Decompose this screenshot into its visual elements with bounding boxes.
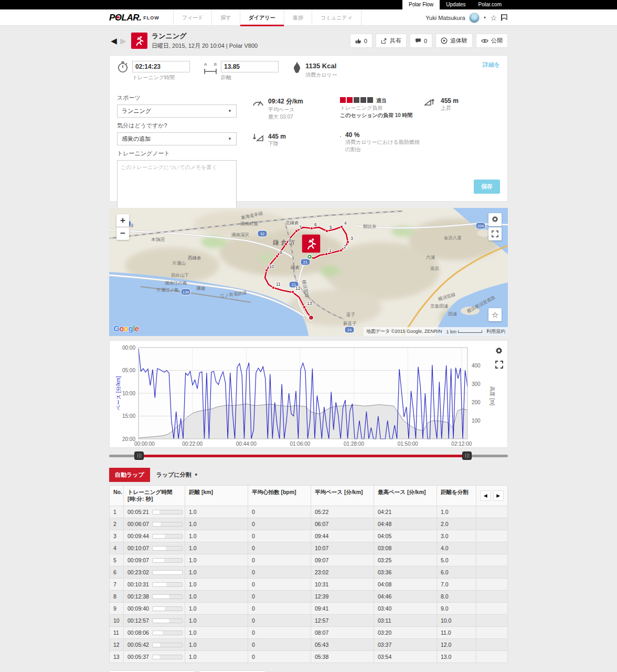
topbar-link-polar-com[interactable]: Polar.com (472, 0, 508, 9)
km-marker (272, 286, 274, 289)
km-marker (275, 255, 278, 257)
time-axis-tick: 01:50:00 (398, 441, 418, 447)
topbar-link-polar-flow[interactable]: Polar Flow (402, 0, 440, 9)
like-button[interactable]: 0 (350, 34, 373, 48)
google-logo: Google (113, 324, 139, 333)
km-marker (303, 306, 305, 308)
relive-button[interactable]: 追体験 (435, 34, 473, 48)
pace-altitude-chart[interactable]: 00:0005:0010:0015:0020:0040030020010000:… (109, 340, 508, 448)
descent-icon (252, 133, 264, 142)
road-shield-number: 24 (347, 328, 352, 332)
distance-icon (204, 69, 217, 74)
previous-session-button[interactable]: ◀ (109, 36, 119, 46)
user-name[interactable]: Yuki Matsukura (425, 15, 465, 21)
lap-time-bar (152, 594, 183, 599)
lap-number: 11 (109, 627, 124, 638)
map-terms-link[interactable]: 利用規約 (486, 328, 505, 335)
lap-avg-pace: 05:22 (311, 506, 374, 518)
lap-table-row[interactable]: 1300:05:371.0005:3803:5413.0 (109, 651, 508, 663)
lap-number: 7 (109, 579, 124, 590)
lap-time-cell: 00:12:57 (124, 615, 185, 626)
topbar-link-updates[interactable]: Updates (440, 0, 472, 9)
chart-range-slider[interactable] (109, 450, 508, 461)
session-subtitle: 日曜日, 2015, 12月 20 10:04 | Polar V800 (152, 42, 258, 50)
auto-lap-button[interactable]: 自動ラップ (109, 468, 150, 482)
nav-item-diary[interactable]: ダイアリー (240, 9, 284, 26)
lap-page-next-button[interactable]: ▶ (493, 490, 504, 501)
chart-fullscreen-icon[interactable] (495, 361, 503, 371)
favorites-star-icon[interactable]: ☆ (490, 14, 497, 22)
lap-time-cell: 00:09:40 (124, 603, 185, 614)
lap-table: No. トレーニング時間 [時:分: 秒] 距離 [km] 平均心拍数 [bpm… (109, 485, 508, 663)
avg-pace-label: 平均ペース (268, 106, 303, 113)
lap-max-pace: 04:46 (374, 591, 437, 602)
lap-table-row[interactable]: 100:05:211.0005:2204:211.0 (109, 506, 508, 518)
route-map[interactable]: 東海道本線本線北鎌倉湘南町屋湘南深沢本鵠沼鎌倉市西鎌倉片瀬山目白山下湘南江の島片… (109, 208, 508, 336)
chart-settings-gear-icon[interactable] (495, 347, 503, 358)
lap-table-row[interactable]: 1200:05:421.0005:4303:3712.0 (109, 639, 508, 651)
lap-time-cell: 00:05:37 (124, 651, 185, 663)
flag-icon[interactable] (501, 14, 508, 21)
lap-table-row[interactable]: 400:10:071.0010:0703:084.0 (109, 542, 508, 554)
lap-table-row[interactable]: 200:06:071.0006:0704:482.0 (109, 518, 508, 530)
duration-input[interactable] (132, 61, 190, 72)
road-shield-number: 21 (303, 260, 307, 265)
polar-logo[interactable]: POLAR. (109, 13, 141, 23)
lap-distance: 1.0 (185, 615, 248, 626)
map-zoom-in-button[interactable]: + (116, 214, 129, 227)
lap-row-spacer (476, 579, 508, 590)
lap-split-distance: 7.0 (437, 579, 476, 590)
map-scale-label: 1 km (446, 329, 456, 334)
nav-item-explore[interactable]: 探す (211, 9, 239, 26)
lap-heart-rate: 0 (248, 615, 311, 626)
lap-table-row[interactable]: 800:12:381.0012:3904:468.0 (109, 591, 508, 603)
lap-avg-pace: 05:43 (311, 639, 374, 650)
save-button[interactable]: 保存 (474, 180, 500, 194)
slider-handle-left[interactable] (134, 452, 144, 460)
chevron-down-icon: ▼ (228, 136, 232, 141)
split-lap-button[interactable]: ラップに分割▼ (156, 471, 198, 479)
comments-button[interactable]: 0 (410, 34, 432, 48)
nav-item-community[interactable]: コミュニティ (312, 9, 361, 26)
lap-heart-rate: 0 (248, 579, 311, 590)
avatar[interactable] (469, 13, 480, 23)
lap-max-pace: 03:20 (374, 627, 437, 638)
time-axis-tick: 01:28:00 (344, 441, 364, 447)
lap-table-row[interactable]: 900:09:401.0009:4103:409.0 (109, 603, 508, 615)
next-session-button[interactable]: ▶ (119, 36, 128, 46)
feeling-label: 気分はどうですか? (117, 122, 237, 130)
map-place-label: 腰越 (196, 286, 206, 291)
share-button[interactable]: 共有 (376, 34, 407, 48)
lap-table-row[interactable]: 1000:12:571.0012:5703:1110.0 (109, 615, 508, 627)
lap-avg-pace: 10:31 (311, 579, 374, 590)
lap-max-pace: 04:21 (374, 506, 437, 518)
chevron-down-icon[interactable]: ▼ (483, 16, 487, 19)
feeling-select[interactable]: 感覚の追加▼ (117, 132, 237, 145)
map-favorite-star-icon[interactable]: ☆ (488, 308, 502, 321)
details-link[interactable]: 詳細を (483, 61, 500, 69)
visibility-button[interactable]: 公開 (476, 34, 508, 48)
fat-burn-value: 40 % (345, 131, 424, 139)
lap-table-row[interactable]: 600:23:021.0023:0203:366.0 (109, 566, 508, 579)
lap-table-row[interactable]: 1100:08:061.0008:0703:2011.0 (109, 627, 508, 639)
map-settings-gear-icon[interactable] (488, 213, 502, 226)
calories-flame-icon (292, 61, 302, 74)
sport-select[interactable]: ランニング▼ (117, 104, 237, 118)
lap-split-distance: 2.0 (437, 518, 476, 530)
lap-table-row[interactable]: 500:09:071.0009:0703:255.0 (109, 554, 508, 566)
nav-item-progress[interactable]: 進捗 (284, 9, 312, 26)
lap-avg-pace: 06:07 (311, 518, 374, 530)
lap-time-cell: 00:10:31 (124, 579, 185, 590)
runner-badge[interactable] (302, 235, 320, 253)
lap-page-prev-button[interactable]: ◀ (480, 490, 491, 501)
lap-table-row[interactable]: 300:09:441.0009:4404:053.0 (109, 530, 508, 542)
map-zoom-out-button[interactable]: − (116, 227, 129, 240)
nav-item-feed[interactable]: フィード (173, 9, 212, 26)
lap-time-cell: 00:10:07 (124, 542, 185, 554)
distance-input[interactable] (221, 61, 279, 72)
slider-handle-right[interactable] (462, 452, 472, 460)
altitude-axis-tick: 100 (472, 418, 481, 424)
lap-table-row[interactable]: 700:10:311.0010:3104:087.0 (109, 579, 508, 591)
load-level: 適当 (376, 97, 387, 104)
map-fullscreen-icon[interactable] (488, 227, 502, 240)
